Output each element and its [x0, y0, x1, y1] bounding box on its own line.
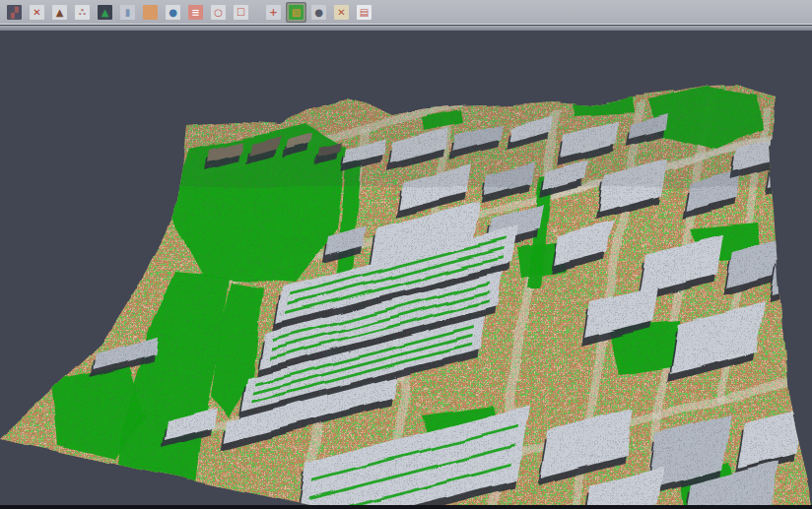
sparse-cloud-icon: ∴ — [75, 5, 90, 20]
mesh-button[interactable]: ▲ — [95, 2, 115, 23]
markers-button[interactable]: ✕ — [27, 2, 47, 23]
scene-canvas[interactable] — [0, 31, 812, 505]
classes-icon: ≡ — [188, 5, 203, 20]
clear-selection-icon: ✕ — [334, 5, 349, 20]
delete-faces-button[interactable]: ▤ — [354, 2, 374, 23]
camera-icon: ● — [311, 5, 326, 20]
rectangle-selection-icon: ☐ — [234, 5, 248, 20]
navigation-icon: ● — [166, 5, 180, 20]
toolbar: ▞✕▲∴▲▮●≡○☐+▧●✕▤ — [0, 0, 812, 25]
ruler-button[interactable]: ▮ — [117, 2, 138, 23]
ruler-icon: ▮ — [120, 5, 135, 20]
classification-colors-icon: ▧ — [289, 5, 304, 20]
window-bottom-edge — [0, 505, 812, 509]
navigation-button[interactable]: ● — [163, 2, 183, 23]
markers-icon: ✕ — [30, 5, 44, 20]
region-icon: + — [266, 5, 281, 20]
orthomosaic-icon — [143, 5, 158, 20]
rectangle-selection-button[interactable]: ☐ — [231, 2, 251, 23]
dense-cloud-button[interactable]: ▞ — [4, 2, 25, 23]
circle-selection-icon: ○ — [211, 5, 226, 20]
region-button[interactable]: + — [263, 2, 284, 23]
dense-cloud-icon: ▞ — [7, 5, 22, 20]
clear-selection-button[interactable]: ✕ — [331, 2, 352, 23]
classification-colors-button[interactable]: ▧ — [286, 2, 306, 23]
orthomosaic-button[interactable] — [140, 2, 161, 23]
model-viewport[interactable] — [0, 31, 812, 505]
terrain-icon: ▲ — [52, 5, 67, 20]
delete-faces-icon: ▤ — [357, 5, 372, 20]
toolbar-edge — [0, 26, 812, 31]
circle-selection-button[interactable]: ○ — [208, 2, 229, 23]
camera-button[interactable]: ● — [308, 2, 329, 23]
terrain-button[interactable]: ▲ — [49, 2, 70, 23]
sparse-cloud-button[interactable]: ∴ — [72, 2, 93, 23]
classes-button[interactable]: ≡ — [185, 2, 206, 23]
mesh-icon: ▲ — [98, 5, 112, 20]
